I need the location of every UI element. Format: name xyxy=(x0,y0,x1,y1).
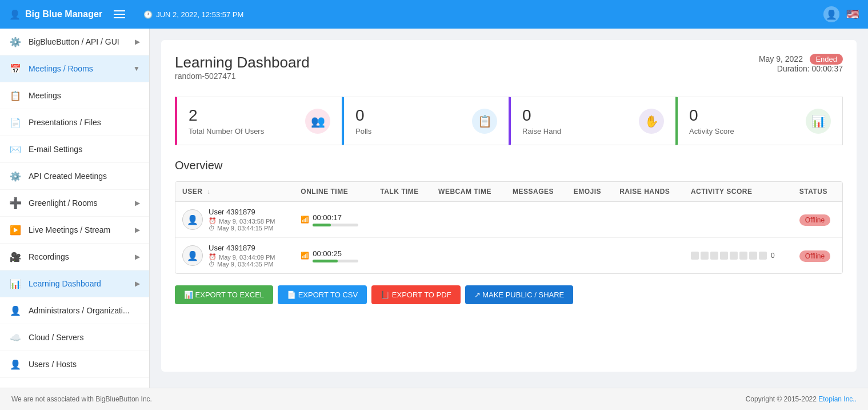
users-icon: 👤 xyxy=(9,358,22,371)
col-online-time[interactable]: ONLINE TIME xyxy=(294,182,373,202)
dot xyxy=(691,252,699,260)
logout-icon: ⏱ xyxy=(209,261,215,268)
dot xyxy=(701,252,709,260)
cloud-icon: ☁️ xyxy=(9,331,22,344)
stat-value-raise-hand: 0 xyxy=(522,106,561,125)
login-time: ⏰ May 9, 03:44:09 PM xyxy=(209,253,275,261)
export-csv-button[interactable]: 📄 EXPORT TO CSV xyxy=(278,285,367,304)
sidebar-item-greenlight[interactable]: ➕ Greenlight / Rooms ▶ xyxy=(0,190,149,217)
dot xyxy=(739,252,747,260)
sidebar-item-label: Recordings xyxy=(29,252,69,261)
user-avatar-icon[interactable]: 👤 xyxy=(823,6,839,22)
sidebar-item-api-meetings[interactable]: ⚙️ API Created Meetings xyxy=(0,163,149,190)
logout-time: ⏱ May 9, 03:44:35 PM xyxy=(209,261,275,268)
webcam-time-cell xyxy=(431,202,506,238)
logout-time: ⏱ May 9, 03:44:15 PM xyxy=(209,225,275,232)
user-name: User 4391879 xyxy=(209,208,275,216)
api-icon: ⚙️ xyxy=(9,170,22,182)
col-raise-hands[interactable]: RAISE HANDS xyxy=(613,182,684,202)
overview-title: Overview xyxy=(175,159,843,172)
dashboard-duration: Duration: 00:00:37 xyxy=(759,64,843,73)
col-messages[interactable]: MESSAGES xyxy=(506,182,567,202)
footer-link[interactable]: Etopian Inc.. xyxy=(818,395,857,403)
user-cell: 👤 User 4391879 ⏰ May 9, 03:43:58 PM xyxy=(175,202,294,238)
sidebar-item-live-meetings[interactable]: ▶️ Live Meetings / Stream ▶ xyxy=(0,217,149,244)
app-logo: 👤 Big Blue Manager xyxy=(9,9,102,20)
flag-icon: 🇺🇸 xyxy=(846,8,859,21)
sidebar-item-presentations[interactable]: 📄 Presentations / Files xyxy=(0,109,149,136)
sidebar-item-label: Meetings xyxy=(29,91,61,100)
stat-card-raise-hand: 0 Raise Hand ✋ xyxy=(509,97,676,145)
chevron-right-icon: ▶ xyxy=(135,199,140,207)
stat-label-polls: Polls xyxy=(355,127,371,136)
chevron-right-icon: ▶ xyxy=(135,38,140,46)
login-time: ⏰ May 9, 03:43:58 PM xyxy=(209,217,275,225)
online-progress xyxy=(313,224,358,226)
dashboard-date: May 9, 2022 xyxy=(759,54,803,63)
play-icon: ▶️ xyxy=(9,224,22,236)
main-content: Learning Dashboard random-5027471 May 9,… xyxy=(150,29,868,388)
stat-value-polls: 0 xyxy=(355,106,371,125)
stat-card-activity: 0 Activity Score 📊 xyxy=(675,97,843,145)
status-badge: Ended xyxy=(810,54,843,65)
dot xyxy=(720,252,728,260)
sidebar: ⚙️ BigBlueButton / API / GUI ▶ 📅 Meeting… xyxy=(0,29,150,388)
col-webcam-time[interactable]: WEBCAM TIME xyxy=(431,182,506,202)
hamburger-menu[interactable] xyxy=(114,10,125,18)
footer-left: We are not associated with BigBlueButton… xyxy=(11,395,152,403)
sidebar-item-bigbluebutton[interactable]: ⚙️ BigBlueButton / API / GUI ▶ xyxy=(0,29,149,55)
table-row: 👤 User 4391879 ⏰ May 9, 03:44:09 PM xyxy=(175,238,842,274)
export-pdf-button[interactable]: 📕 EXPORT TO PDF xyxy=(371,285,460,304)
main-layout: ⚙️ BigBlueButton / API / GUI ▶ 📅 Meeting… xyxy=(0,29,868,388)
topbar-datetime: 🕐 JUN 2, 2022, 12:53:57 PM xyxy=(143,10,243,19)
chevron-right-icon: ▶ xyxy=(135,280,140,288)
activity-score-cell: 0 xyxy=(684,238,793,274)
page-title: Learning Dashboard xyxy=(175,54,310,71)
sidebar-item-meetings[interactable]: 📋 Meetings xyxy=(0,82,149,109)
sidebar-item-cloud-servers[interactable]: ☁️ Cloud / Servers xyxy=(0,324,149,351)
raise-hand-stat-icon: ✋ xyxy=(639,109,664,134)
table-header-row: USER ↓ ONLINE TIME TALK TIME WEBCAM TIME… xyxy=(175,182,842,202)
chevron-down-icon: ▼ xyxy=(133,65,140,73)
status-cell: Offline xyxy=(793,238,842,274)
stat-card-users: 2 Total Number Of Users 👥 xyxy=(175,97,342,145)
activity-dots: 0 xyxy=(691,252,786,260)
talk-time-cell xyxy=(373,202,431,238)
user-cell: 👤 User 4391879 ⏰ May 9, 03:44:09 PM xyxy=(175,238,294,274)
wifi-icon: 📶 xyxy=(301,252,309,260)
footer: We are not associated with BigBlueButton… xyxy=(0,388,868,410)
export-excel-button[interactable]: 📊 EXPORT TO EXCEL xyxy=(175,285,273,304)
overview-table: USER ↓ ONLINE TIME TALK TIME WEBCAM TIME… xyxy=(175,181,843,274)
sidebar-item-administrators[interactable]: 👤 Administrators / Organizati... xyxy=(0,297,149,324)
sidebar-item-label: Cloud / Servers xyxy=(29,333,83,342)
topbar-right: 👤 🇺🇸 xyxy=(823,6,859,22)
stat-label-activity: Activity Score xyxy=(689,127,734,136)
make-public-share-button[interactable]: ↗ MAKE PUBLIC / SHARE xyxy=(465,285,574,304)
sidebar-item-recordings[interactable]: 🎥 Recordings ▶ xyxy=(0,244,149,270)
dot xyxy=(730,252,738,260)
stats-row: 2 Total Number Of Users 👥 0 Polls 📋 0 xyxy=(175,97,843,145)
topbar: 👤 Big Blue Manager 🕐 JUN 2, 2022, 12:53:… xyxy=(0,0,868,29)
chevron-right-icon: ▶ xyxy=(135,253,140,261)
sidebar-item-label: Meetings / Rooms xyxy=(29,64,93,73)
col-status[interactable]: STATUS xyxy=(793,182,842,202)
col-emojis[interactable]: EMOJIS xyxy=(567,182,613,202)
status-cell: Offline xyxy=(793,202,842,238)
sidebar-item-users-hosts[interactable]: 👤 Users / Hosts xyxy=(0,351,149,378)
sidebar-item-learning-dashboard[interactable]: 📊 Learning Dashboard ▶ xyxy=(0,270,149,297)
sidebar-item-meetings-rooms[interactable]: 📅 Meetings / Rooms ▼ xyxy=(0,55,149,82)
col-user[interactable]: USER ↓ xyxy=(175,182,294,202)
sidebar-item-email[interactable]: ✉️ E-mail Settings xyxy=(0,136,149,163)
dashboard-meta: May 9, 2022 Ended Duration: 00:00:37 xyxy=(759,54,843,73)
login-icon: ⏰ xyxy=(209,217,217,225)
col-talk-time[interactable]: TALK TIME xyxy=(373,182,431,202)
activity-score-value: 0 xyxy=(771,252,775,260)
online-progress xyxy=(313,260,358,262)
app-title: Big Blue Manager xyxy=(25,9,102,19)
users-table: USER ↓ ONLINE TIME TALK TIME WEBCAM TIME… xyxy=(175,182,842,273)
sidebar-item-label: E-mail Settings xyxy=(29,145,82,154)
clock-icon: 🕐 xyxy=(143,10,153,19)
sidebar-item-label: Presentations / Files xyxy=(29,118,101,127)
dot xyxy=(710,252,718,260)
col-activity-score[interactable]: ACTIVITY SCORE xyxy=(684,182,793,202)
